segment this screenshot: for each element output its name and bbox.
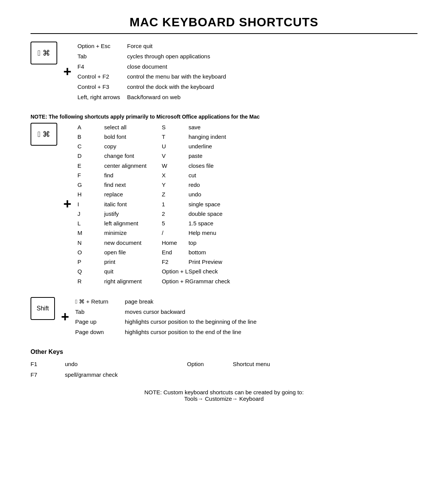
shortcut-action: control the menu bar with the keyboard [127,72,226,82]
list-item: Left, right arrows Back/forward on web [77,93,417,102]
list-item: Yredo [162,180,230,189]
shortcut-action: moves cursor backward [125,307,185,317]
list-item: Hometop [162,238,230,247]
shortcut-key: T [162,132,189,141]
shortcut-action: control the dock with the keyboard [127,82,214,92]
section1:  ⌘ + Option + Esc Force quit Tab cycles… [31,42,417,102]
shortcut-action: cut [189,171,196,180]
list-item: Ccopy [77,142,147,151]
shortcut-key: F7 [31,370,65,380]
list-item: Aselect all [77,123,147,132]
shortcut-action: Spell check [189,267,218,276]
list-item: F4 close document [77,62,417,72]
list-item: Zundo [162,190,230,199]
shortcut-key: Q [77,267,104,276]
list-item: Qquit [77,267,147,276]
shortcut-key: Tab [77,52,127,61]
shortcut-action: highlights cursor position to the end of… [125,328,241,337]
shortcut-action: redo [189,180,200,189]
shortcut-action: single space [189,200,220,209]
list-item: Ffind [77,171,147,180]
shortcut-key: R [77,277,104,286]
shortcut-key: F2 [162,257,189,266]
shortcut-key: F1 [31,359,65,369]
list-item: Thanging indent [162,132,230,141]
shortcut-key: M [77,228,104,237]
shortcut-key: D [77,151,104,160]
shortcut-action: select all [104,123,126,132]
shortcut-action: underline [189,142,212,151]
shortcut-key: N [77,238,104,247]
shortcut-action: open file [104,248,126,257]
right-col: Ssave Thanging indent Uunderline Vpaste … [162,123,230,286]
shortcut-action: replace [104,190,123,199]
shortcut-action: italic font [104,200,127,209]
shortcut-action: save [189,123,201,132]
list-item: Option + Esc Force quit [77,42,417,51]
shortcut-action: justify [104,209,119,218]
page-title: MAC KEYBOARD SHORTCUTS [31,15,417,29]
apple-cmd-key-box:  ⌘ [31,42,57,64]
list-item: Tab cycles through open applications [77,52,417,61]
shortcut-key: U [162,142,189,151]
shortcut-action: bold font [104,132,126,141]
list-item: Mminimize [77,228,147,237]
other-keys-title: Other Keys [31,349,417,355]
list-item: /Help menu [162,228,230,237]
shortcut-action: new document [104,238,142,247]
list-item: 2double space [162,209,230,218]
shortcut-action: double space [189,209,222,218]
shortcut-key: Control + F2 [77,72,127,82]
shortcut-action: hanging indent [189,132,226,141]
shortcut-key: J [77,209,104,218]
shortcut-action: quit [104,267,113,276]
shortcut-key: Control + F3 [77,82,127,92]
shortcut-key: P [77,257,104,266]
list-item: Dchange font [77,151,147,160]
shortcut-action: paste [189,151,203,160]
list-item: Ssave [162,123,230,132]
list-item: Rright alignment [77,277,147,286]
list-item: Wcloses file [162,161,230,170]
shortcut-action: bottom [189,248,206,257]
list-item:  ⌘ + Return page break [75,297,417,307]
shortcut-key: Tab [75,307,125,317]
shortcut-action: change font [104,151,134,160]
section2-shortcuts: Aselect all Bbold font Ccopy Dchange fon… [77,123,417,286]
shortcut-action: right alignment [104,277,142,286]
shortcut-action: page break [125,297,153,307]
shortcut-key: X [162,171,189,180]
list-item: Option + LSpell check [162,267,230,276]
apple-cmd-symbol-2:  ⌘ [38,130,50,139]
shortcut-key: H [77,190,104,199]
list-item: Gfind next [77,180,147,189]
other-keys-table: F1 undo Option Shortcut menu F7 spell/gr… [31,359,417,380]
note-bottom: NOTE: Custom keyboard shortcuts can be c… [31,389,417,395]
list-item: Oopen file [77,248,147,257]
shortcut-key: Z [162,190,189,199]
list-item: Bbold font [77,132,147,141]
shortcut-action: spell/grammar check [65,370,187,380]
other-keys-section: Other Keys F1 undo Option Shortcut menu … [31,349,417,380]
plus-sign-2: + [63,196,71,212]
shortcut-key: Y [162,180,189,189]
shortcut-key: Option + R [162,277,189,286]
plus-sign-1: + [63,64,71,80]
shortcut-action: Force quit [127,42,153,51]
shortcut-action: find next [104,180,126,189]
list-item: Lleft alignment [77,219,147,228]
shortcut-key2: Option [187,359,233,369]
shortcut-action: Grammar check [189,277,230,286]
shortcut-key: Home [162,238,189,247]
shortcut-action: Help menu [189,228,216,237]
section1-list: Option + Esc Force quit Tab cycles throu… [77,42,417,102]
section3-shortcuts:  ⌘ + Return page break Tab moves cursor… [75,297,417,337]
shortcut-action2: Shortcut menu [233,359,270,369]
list-item: Vpaste [162,151,230,160]
list-item: F2Print Preview [162,257,230,266]
shortcut-key2 [187,370,233,380]
shortcut-action: copy [104,142,116,151]
list-item: Hreplace [77,190,147,199]
list-item: Nnew document [77,238,147,247]
shortcut-action: left alignment [104,219,138,228]
